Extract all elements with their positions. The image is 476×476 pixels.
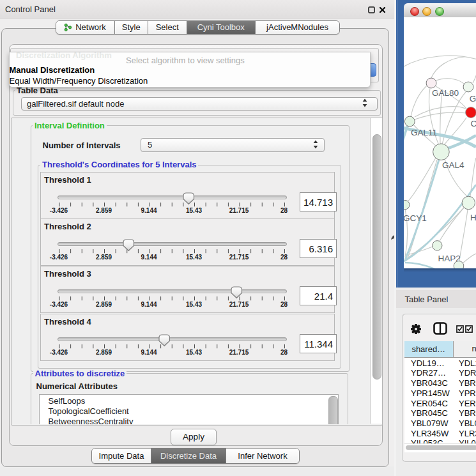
svg-text:HAP2: HAP2 xyxy=(438,254,461,263)
svg-text:HA: HA xyxy=(470,213,476,222)
svg-text:GAL80: GAL80 xyxy=(432,88,459,98)
svg-text:CY: CY xyxy=(471,119,476,128)
svg-text:GA: GA xyxy=(470,94,476,104)
svg-text:GCY1: GCY1 xyxy=(404,213,427,223)
svg-text:GAL11: GAL11 xyxy=(411,128,437,137)
svg-text:GAL4: GAL4 xyxy=(442,160,464,170)
